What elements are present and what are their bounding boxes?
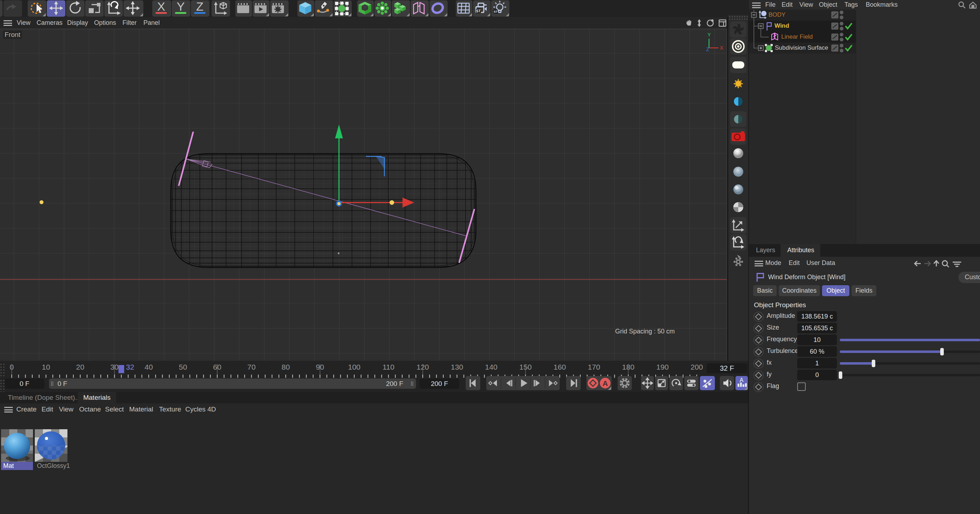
svg-text:X: X xyxy=(720,45,723,51)
svg-text:100: 100 xyxy=(348,363,360,371)
svg-text:130: 130 xyxy=(451,363,463,371)
svg-text:170: 170 xyxy=(588,363,600,371)
svg-text:Y: Y xyxy=(177,0,185,13)
svg-text:160: 160 xyxy=(554,363,566,371)
svg-text:50: 50 xyxy=(179,363,187,371)
svg-text:10: 10 xyxy=(42,363,50,371)
svg-text:70: 70 xyxy=(247,363,256,371)
svg-text:20: 20 xyxy=(76,363,84,371)
svg-text:Z: Z xyxy=(196,0,204,13)
svg-text:Z: Z xyxy=(706,46,710,52)
svg-text:X: X xyxy=(157,0,165,13)
svg-text:110: 110 xyxy=(383,363,395,371)
svg-text:Y: Y xyxy=(707,32,711,38)
svg-text:A: A xyxy=(740,377,744,383)
svg-text:32: 32 xyxy=(126,363,134,371)
svg-text:A: A xyxy=(602,379,608,387)
svg-text:200: 200 xyxy=(690,363,703,371)
svg-text:ST: ST xyxy=(494,10,498,13)
svg-text:ST: ST xyxy=(476,9,481,13)
svg-text:140: 140 xyxy=(485,363,497,371)
svg-text:190: 190 xyxy=(656,363,669,371)
svg-text:80: 80 xyxy=(282,363,290,371)
svg-text:40: 40 xyxy=(145,363,153,371)
